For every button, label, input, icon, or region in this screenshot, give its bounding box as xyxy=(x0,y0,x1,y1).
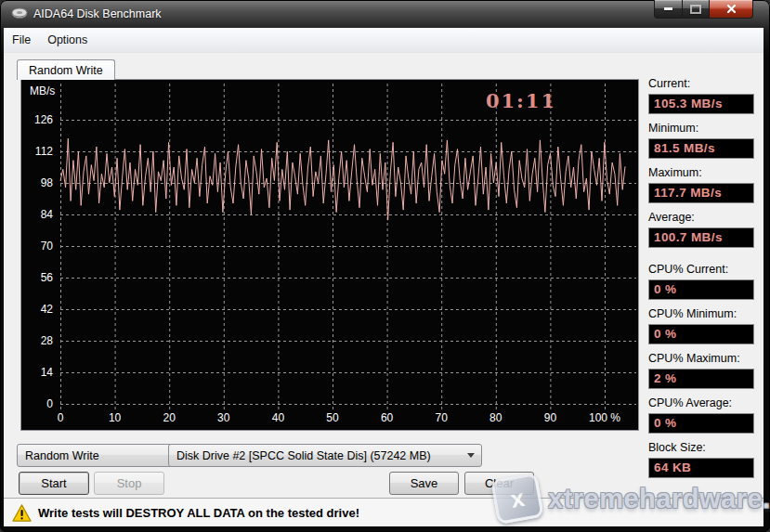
drive-selected: Disk Drive #2 [SPCC Solid State Dis] (57… xyxy=(176,449,431,462)
title-bar[interactable]: AIDA64 Disk Benchmark xyxy=(0,0,770,28)
tab-label: Random Write xyxy=(29,64,103,77)
x-tick-label: 20 xyxy=(143,411,195,424)
stat-cpu-minimum-value: 0 % xyxy=(648,324,754,344)
x-tick-label: 60 xyxy=(361,411,413,424)
elapsed-time: 01:11 xyxy=(456,89,586,112)
stat-minimum-value: 81.5 MB/s xyxy=(648,138,754,159)
client-area: File Options Random Write MB/s 01:11 014… xyxy=(4,28,763,526)
menu-bar: File Options xyxy=(4,28,763,53)
drive-select[interactable]: Disk Drive #2 [SPCC Solid State Dis] (57… xyxy=(168,444,482,467)
menu-item-options[interactable]: Options xyxy=(39,30,96,50)
y-tick-label: 84 xyxy=(21,208,53,221)
stat-block-size-value: 64 KB xyxy=(648,458,754,478)
y-tick-label: 126 xyxy=(21,113,53,126)
minimize-icon xyxy=(664,7,672,10)
window-controls xyxy=(654,0,753,19)
x-tick-label: 50 xyxy=(307,411,359,424)
close-icon xyxy=(726,4,737,14)
maximize-button[interactable] xyxy=(683,0,710,19)
stat-maximum: Maximum: 117.7 MB/s xyxy=(648,166,754,203)
x-tick-label: 0 xyxy=(34,411,86,424)
x-tick-label: 30 xyxy=(198,411,250,424)
stat-cpu-average: CPU% Average: 0 % xyxy=(648,396,754,434)
stat-average-value: 100.7 MB/s xyxy=(648,227,754,248)
app-disk-icon xyxy=(11,7,28,20)
stat-cpu-minimum: CPU% Minimum: 0 % xyxy=(648,307,754,344)
stat-cpu-current: CPU% Current: 0 % xyxy=(648,263,754,300)
status-bar: Write tests will DESTROY ALL DATA on the… xyxy=(4,498,763,526)
throughput-line-series xyxy=(60,138,625,220)
stat-minimum: Minimum: 81.5 MB/s xyxy=(648,122,754,159)
x-tick-label: 40 xyxy=(252,411,304,424)
x-tick-label: 100 % xyxy=(579,411,631,424)
y-tick-label: 28 xyxy=(21,334,53,347)
stat-cpu-maximum: CPU% Maximum: 2 % xyxy=(648,352,754,389)
stat-average: Average: 100.7 MB/s xyxy=(648,211,754,248)
stat-cpu-average-value: 0 % xyxy=(648,413,754,434)
stat-maximum-value: 117.7 MB/s xyxy=(648,183,754,203)
y-tick-label: 70 xyxy=(21,240,53,253)
y-tick-label: 56 xyxy=(21,271,53,284)
stat-cpu-current-value: 0 % xyxy=(648,279,754,300)
stats-panel: Current: 105.3 MB/s Minimum: 81.5 MB/s M… xyxy=(648,77,754,486)
status-message: Write tests will DESTROY ALL DATA on the… xyxy=(38,506,359,520)
stat-current: Current: 105.3 MB/s xyxy=(648,77,754,114)
tab-random-write[interactable]: Random Write xyxy=(17,59,115,80)
minimize-button[interactable] xyxy=(654,0,683,19)
y-tick-label: 112 xyxy=(21,145,53,158)
stat-cpu-maximum-value: 2 % xyxy=(648,369,754,389)
stop-button[interactable]: Stop xyxy=(94,472,164,495)
y-tick-label: 0 xyxy=(21,397,53,410)
x-tick-label: 10 xyxy=(89,411,141,424)
x-tick-label: 70 xyxy=(415,411,467,424)
stat-block-size: Block Size: 64 KB xyxy=(648,441,754,478)
y-tick-label: 14 xyxy=(21,366,53,379)
warning-icon xyxy=(12,504,32,522)
window-title: AIDA64 Disk Benchmark xyxy=(33,7,162,20)
y-axis-unit-label: MB/s xyxy=(30,84,55,97)
aida64-disk-benchmark-window: AIDA64 Disk Benchmark File Options Rando… xyxy=(0,0,770,532)
save-button[interactable]: Save xyxy=(389,472,459,495)
chart-plot xyxy=(21,80,638,430)
y-tick-label: 98 xyxy=(21,176,53,189)
y-tick-label: 42 xyxy=(21,303,53,316)
x-tick-label: 90 xyxy=(524,411,576,424)
test-type-selected: Random Write xyxy=(25,449,99,462)
test-type-select[interactable]: Random Write xyxy=(17,444,192,467)
clear-button[interactable]: Clear xyxy=(464,472,534,495)
chevron-down-icon xyxy=(467,453,475,458)
x-tick-label: 80 xyxy=(470,411,522,424)
start-button[interactable]: Start xyxy=(19,472,89,495)
menu-item-file[interactable]: File xyxy=(4,30,39,50)
benchmark-chart: MB/s 01:11 01428425670849811212601020304… xyxy=(20,79,639,431)
stat-current-value: 105.3 MB/s xyxy=(648,94,754,114)
close-button[interactable] xyxy=(710,0,753,19)
maximize-icon xyxy=(690,5,701,14)
